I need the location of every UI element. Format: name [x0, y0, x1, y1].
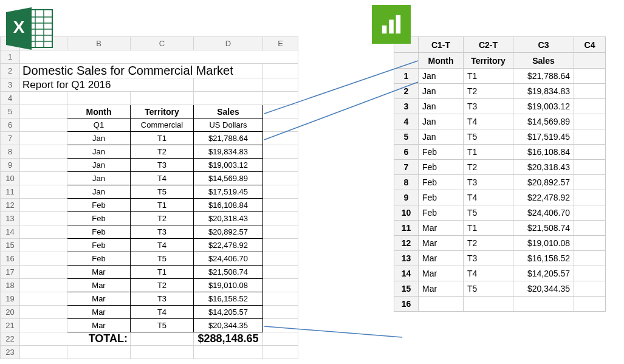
row-header[interactable]: 9 — [1, 159, 20, 172]
row-number[interactable]: 10 — [394, 205, 419, 221]
cell-sales[interactable]: $21,788.64 — [194, 132, 263, 145]
cell-sales[interactable]: $19,834.83 — [513, 84, 574, 99]
cell-sales[interactable]: $19,003.12 — [513, 99, 574, 114]
cell-month[interactable]: Jan — [419, 114, 464, 129]
row-number[interactable]: 1 — [394, 69, 419, 84]
row-header-blank[interactable] — [394, 53, 419, 69]
row-header[interactable]: 6 — [1, 118, 20, 132]
cell-territory[interactable]: T3 — [131, 292, 194, 306]
col-header-c1[interactable]: C1-T — [419, 37, 464, 53]
cell-sales[interactable]: $19,010.08 — [513, 236, 574, 251]
row-header[interactable]: 12 — [1, 199, 20, 212]
row-header[interactable]: 23 — [1, 346, 20, 359]
cell-month[interactable]: Feb — [419, 190, 464, 205]
header-territory[interactable]: Territory — [464, 53, 513, 69]
cell-month[interactable]: Jan — [67, 185, 131, 199]
cell-month[interactable]: Jan — [419, 99, 464, 114]
cell-territory[interactable]: T2 — [464, 160, 513, 175]
header-territory[interactable]: Territory — [131, 105, 194, 118]
row-header[interactable]: 21 — [1, 319, 20, 332]
cell-month[interactable]: Feb — [419, 175, 464, 190]
row-header[interactable]: 14 — [1, 225, 20, 239]
cell-territory[interactable]: T1 — [464, 145, 513, 160]
row-number[interactable]: 4 — [394, 114, 419, 129]
cell-month[interactable]: Mar — [67, 292, 131, 306]
cell-sales[interactable]: $14,569.89 — [194, 172, 263, 185]
header-blank[interactable] — [574, 53, 606, 69]
cell-territory[interactable]: T4 — [131, 306, 194, 319]
cell-month[interactable]: Mar — [67, 266, 131, 279]
cell-territory[interactable]: T3 — [464, 99, 513, 114]
row-header[interactable]: 10 — [1, 172, 20, 185]
row-header[interactable]: 15 — [1, 239, 20, 252]
cell-territory[interactable]: T1 — [131, 132, 194, 145]
subheader-sales[interactable]: US Dollars — [194, 118, 263, 132]
cell-sales[interactable]: $19,010.08 — [194, 279, 263, 292]
cell-month[interactable]: Mar — [67, 306, 131, 319]
cell-territory[interactable]: T1 — [131, 199, 194, 212]
cell-month[interactable]: Jan — [67, 132, 131, 145]
cell-month[interactable]: Jan — [419, 69, 464, 84]
total-label[interactable]: TOTAL: — [20, 332, 131, 346]
cell-territory[interactable] — [464, 297, 513, 312]
cell-month[interactable]: Feb — [419, 145, 464, 160]
cell-territory[interactable]: T4 — [464, 266, 513, 281]
cell-territory[interactable]: T4 — [464, 190, 513, 205]
row-number[interactable]: 14 — [394, 266, 419, 281]
cell-sales[interactable]: $20,344.35 — [513, 281, 574, 297]
cell-sales[interactable]: $22,478.92 — [194, 239, 263, 252]
cell-month[interactable]: Feb — [67, 225, 131, 239]
cell-month[interactable]: Mar — [419, 221, 464, 236]
row-number[interactable]: 12 — [394, 236, 419, 251]
cell-sales[interactable]: $22,478.92 — [513, 190, 574, 205]
cell-territory[interactable]: T1 — [464, 69, 513, 84]
cell-territory[interactable]: T5 — [131, 252, 194, 266]
cell-territory[interactable]: T3 — [464, 175, 513, 190]
cell-territory[interactable]: T5 — [131, 319, 194, 332]
cell-territory[interactable]: T2 — [464, 236, 513, 251]
report-title[interactable]: Domestic Sales for Commercial Market — [20, 64, 263, 78]
cell-territory[interactable]: T1 — [464, 221, 513, 236]
cell-month[interactable]: Mar — [419, 266, 464, 281]
row-header[interactable]: 5 — [1, 105, 20, 118]
cell-sales[interactable]: $19,003.12 — [194, 159, 263, 172]
cell-month[interactable]: Mar — [67, 279, 131, 292]
cell-month[interactable]: Feb — [67, 252, 131, 266]
cell-territory[interactable]: T5 — [464, 205, 513, 221]
row-header[interactable]: 11 — [1, 185, 20, 199]
cell-sales[interactable]: $20,318.43 — [194, 212, 263, 225]
cell-month[interactable]: Jan — [67, 159, 131, 172]
row-header[interactable]: 22 — [1, 332, 20, 346]
row-header[interactable]: 7 — [1, 132, 20, 145]
cell-month[interactable]: Mar — [419, 281, 464, 297]
cell-territory[interactable]: T5 — [464, 281, 513, 297]
col-header-c2[interactable]: C2-T — [464, 37, 513, 53]
row-number[interactable]: 16 — [394, 297, 419, 312]
row-header[interactable]: 13 — [1, 212, 20, 225]
cell-territory[interactable]: T3 — [131, 225, 194, 239]
row-number[interactable]: 6 — [394, 145, 419, 160]
cell-month[interactable]: Feb — [419, 205, 464, 221]
row-number[interactable]: 15 — [394, 281, 419, 297]
row-header[interactable]: 18 — [1, 279, 20, 292]
cell-sales[interactable]: $14,569.89 — [513, 114, 574, 129]
target-table[interactable]: C1-T C2-T C3 C4 Month Territory Sales 1J… — [394, 36, 606, 312]
row-header[interactable]: 3 — [1, 78, 20, 92]
cell-territory[interactable]: T4 — [131, 172, 194, 185]
row-number[interactable]: 9 — [394, 190, 419, 205]
cell-sales[interactable]: $14,205.57 — [194, 306, 263, 319]
cell-sales[interactable]: $19,834.83 — [194, 145, 263, 159]
cell-territory[interactable]: T4 — [131, 239, 194, 252]
row-header[interactable]: 19 — [1, 292, 20, 306]
cell-territory[interactable]: T2 — [131, 212, 194, 225]
row-header[interactable]: 17 — [1, 266, 20, 279]
row-header[interactable]: 4 — [1, 92, 20, 105]
cell-sales[interactable]: $16,108.84 — [513, 145, 574, 160]
cell-sales[interactable]: $21,788.64 — [513, 69, 574, 84]
cell-sales[interactable]: $17,519.45 — [513, 129, 574, 145]
cell-sales[interactable]: $21,508.74 — [513, 221, 574, 236]
header-month[interactable]: Month — [67, 105, 131, 118]
cell-territory[interactable]: T2 — [131, 279, 194, 292]
cell-territory[interactable]: T2 — [131, 145, 194, 159]
total-value[interactable]: $288,148.65 — [194, 332, 263, 346]
